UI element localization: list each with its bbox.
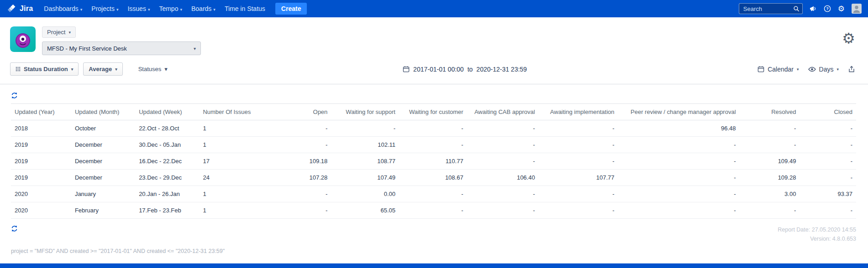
column-header: Waiting for support [331, 104, 399, 120]
nav-item-projects[interactable]: Projects▾ [87, 1, 123, 16]
metric-dropdown-label: Status Duration [24, 66, 68, 72]
table-cell: 16.Dec - 22.Dec [135, 153, 199, 170]
metric-dropdown-button[interactable]: Status Duration ▾ [10, 62, 79, 76]
table-cell: February [71, 202, 135, 219]
jira-logo-icon [7, 4, 16, 13]
search-box[interactable] [739, 3, 803, 14]
chevron-down-icon: ▾ [116, 7, 119, 12]
table-cell: 107.49 [331, 170, 399, 186]
gadget-settings-gear-icon[interactable]: ⚙ [842, 31, 855, 46]
table-cell: - [467, 137, 539, 153]
table-cell: 110.77 [399, 153, 467, 170]
table-cell: 17.Feb - 23.Feb [135, 202, 199, 219]
table-cell: - [467, 153, 539, 170]
settings-icon[interactable]: ⚙ [838, 5, 845, 13]
grid-icon [16, 67, 21, 72]
chevron-down-icon: ▾ [80, 7, 83, 12]
table-cell: - [275, 186, 331, 202]
nav-item-issues[interactable]: Issues▾ [123, 1, 154, 16]
column-header: Updated (Year) [11, 104, 71, 120]
table-cell: 96.48 [618, 120, 739, 137]
table-cell: - [800, 153, 856, 170]
project-header: Project ▾ MFSD - My First Service Desk ▾… [0, 17, 868, 55]
toolbar-right: Calendar ▾ Days ▾ [758, 66, 855, 73]
toolbar-left: Status Duration ▾ Average ▾ Statuses ▾ [10, 62, 172, 76]
calendar-mode-button[interactable]: Calendar ▾ [758, 66, 799, 73]
table-cell: 1 [199, 186, 274, 202]
table-cell: - [800, 137, 856, 153]
table-cell: - [800, 170, 856, 186]
table-row: 2020February17.Feb - 23.Feb1-65.05------ [11, 202, 856, 219]
table-cell: 65.05 [331, 202, 399, 219]
column-header: Open [275, 104, 331, 120]
svg-text:?: ? [826, 6, 828, 11]
table-cell: 2019 [11, 137, 71, 153]
jira-home-link[interactable]: Jira [6, 4, 37, 13]
table-cell: 108.67 [399, 170, 467, 186]
brand-text: Jira [20, 5, 33, 13]
table-cell: October [71, 120, 135, 137]
chevron-down-icon: ▾ [71, 67, 74, 72]
table-cell: 17 [199, 153, 274, 170]
units-dropdown-button[interactable]: Days ▾ [808, 66, 839, 73]
calendar-icon [758, 66, 764, 72]
table-row: 2019December16.Dec - 22.Dec17109.18108.7… [11, 153, 856, 170]
version-text: Version: 4.8.0.653 [778, 234, 856, 243]
statuses-dropdown-label: Statuses [138, 66, 162, 72]
announcement-icon[interactable] [810, 5, 817, 12]
project-select-value: MFSD - My First Service Desk [47, 45, 127, 52]
table-row: 2019December30.Dec - 05.Jan1-102.11-----… [11, 137, 856, 153]
refresh-button[interactable] [11, 92, 18, 99]
nav-item-boards[interactable]: Boards▾ [187, 1, 220, 16]
table-cell: December [71, 153, 135, 170]
report-date-text: Report Date: 27.05.2020 14:55 [778, 225, 856, 234]
table-row: 2018October22.Oct - 28.Oct1-----96.48-- [11, 120, 856, 137]
refresh-icon [11, 92, 18, 99]
table-body: 2018October22.Oct - 28.Oct1-----96.48--2… [11, 120, 856, 219]
table-cell: 2018 [11, 120, 71, 137]
table-cell: 2020 [11, 202, 71, 219]
table-cell: - [399, 202, 467, 219]
table-cell: December [71, 137, 135, 153]
table-cell: - [399, 186, 467, 202]
date-range-to: 2020-12-31 23:59 [476, 66, 527, 73]
create-button[interactable]: Create [275, 3, 307, 15]
nav-menu: Dashboards▾Projects▾Issues▾Tempo▾Boards▾… [39, 1, 270, 16]
nav-item-tempo[interactable]: Tempo▾ [154, 1, 187, 16]
report-toolbar: Status Duration ▾ Average ▾ Statuses ▾ 2… [0, 55, 868, 84]
table-cell: 2019 [11, 170, 71, 186]
column-header: Resolved [740, 104, 800, 120]
date-range-picker[interactable]: 2017-01-01 00:00 to 2020-12-31 23:59 [172, 66, 758, 73]
jql-query-text: project = "MFSD" AND created >= "2017-01… [11, 248, 856, 254]
export-button[interactable] [848, 66, 855, 73]
table-header-row: Updated (Year)Updated (Month)Updated (We… [11, 104, 856, 120]
chevron-down-icon: ▾ [194, 46, 196, 51]
scope-dropdown-button[interactable]: Project ▾ [42, 26, 76, 38]
statuses-dropdown-button[interactable]: Statuses ▾ [134, 63, 172, 75]
table-cell: 30.Dec - 05.Jan [135, 137, 199, 153]
user-avatar[interactable] [852, 4, 862, 14]
nav-item-time-in-status[interactable]: Time in Status [220, 1, 270, 16]
aggregation-dropdown-button[interactable]: Average ▾ [83, 62, 122, 76]
table-cell: - [275, 202, 331, 219]
help-icon[interactable]: ? [824, 5, 831, 12]
table-footer-row: Report Date: 27.05.2020 14:55 Version: 4… [11, 225, 856, 243]
table-cell: - [275, 120, 331, 137]
table-row: 2019December23.Dec - 29.Dec24107.28107.4… [11, 170, 856, 186]
table-cell: 109.49 [740, 153, 800, 170]
refresh-button[interactable] [11, 225, 18, 232]
nav-item-dashboards[interactable]: Dashboards▾ [39, 1, 87, 16]
table-cell: 1 [199, 120, 274, 137]
table-cell: 107.77 [539, 170, 618, 186]
chevron-down-icon: ▾ [148, 7, 150, 12]
eye-icon [808, 67, 816, 72]
refresh-icon [11, 225, 18, 232]
project-select[interactable]: MFSD - My First Service Desk ▾ [42, 41, 201, 55]
chevron-down-icon: ▾ [180, 7, 182, 12]
units-dropdown-label: Days [819, 66, 834, 73]
table-cell: - [399, 137, 467, 153]
table-cell: 107.28 [275, 170, 331, 186]
table-cell: - [331, 120, 399, 137]
table-cell: 3.00 [740, 186, 800, 202]
project-avatar [10, 26, 36, 52]
